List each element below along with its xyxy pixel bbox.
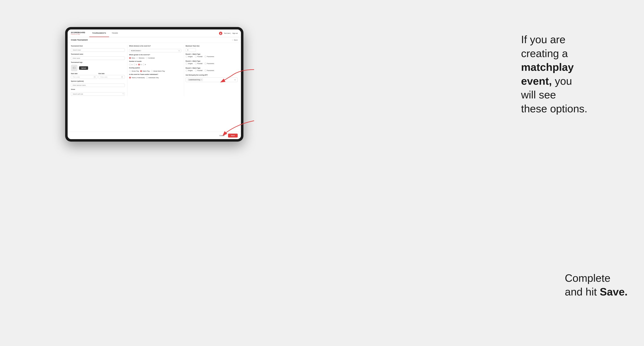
- gender-womens-radio[interactable]: [136, 57, 138, 59]
- gender-radio-group: Mens Womens Combined: [129, 57, 181, 59]
- scoring-section: Scoring system Stroke Play Match Play: [129, 67, 181, 72]
- teams-label: Is this event for Teams and/or Individua…: [129, 74, 181, 75]
- division-section: Which division is the event for? NCAA Di…: [129, 45, 181, 52]
- date-row: Start date Pick a date End date Pick a d…: [71, 73, 125, 79]
- page-header: Create Tournament ← Back: [68, 37, 241, 43]
- round3-singles[interactable]: Singles: [186, 70, 193, 71]
- logo-title: SCOREBOARD: [71, 32, 85, 33]
- gender-womens[interactable]: Womens: [136, 57, 144, 59]
- back-button[interactable]: ← Back: [232, 39, 238, 41]
- svg-rect-6: [122, 77, 123, 78]
- tab-tournaments[interactable]: TOURNAMENTS: [89, 29, 109, 37]
- scoring-radio-group: Stroke Play Match Play Medal Match Play: [129, 70, 181, 72]
- annotation-text-1: If you are creating a matchplay event, y…: [521, 33, 628, 116]
- start-date-input[interactable]: Pick a date: [71, 75, 97, 79]
- round3-singles-radio[interactable]: [186, 70, 188, 71]
- arrow-matchtype: [215, 67, 256, 84]
- teams-teams-radio[interactable]: [129, 77, 131, 79]
- round2-foursomes[interactable]: Foursomes: [204, 63, 214, 64]
- gender-mens[interactable]: Mens: [129, 57, 135, 59]
- rounds-1[interactable]: 1: [129, 64, 132, 65]
- gender-combined[interactable]: Combined: [146, 57, 155, 59]
- scoring-match-radio[interactable]: [140, 70, 142, 72]
- tournament-name-input[interactable]: [71, 56, 125, 60]
- rounds-3[interactable]: 3: [138, 64, 142, 65]
- app-logo: SCOREBOARD Powered by clippt: [71, 32, 85, 35]
- form-col-mid: Which division is the event for? NCAA Di…: [127, 45, 181, 96]
- teams-individuals-radio[interactable]: [146, 77, 148, 79]
- venue-label: Venue: [71, 89, 125, 90]
- scoring-medal-radio[interactable]: [151, 70, 153, 72]
- round2-singles-radio[interactable]: [186, 63, 188, 64]
- end-date-label: End date: [98, 73, 125, 74]
- svg-rect-1: [73, 67, 76, 69]
- round2-fourball[interactable]: Fourball: [195, 63, 202, 64]
- arrow-save: [215, 117, 256, 137]
- round1-singles[interactable]: Singles: [186, 56, 193, 57]
- rounds-2-radio[interactable]: [134, 64, 136, 65]
- scoring-stroke-radio[interactable]: [129, 70, 131, 72]
- scoring-stroke[interactable]: Stroke Play: [129, 70, 139, 72]
- round3-fourball-radio[interactable]: [195, 70, 197, 71]
- signout-link[interactable]: Sign out: [232, 32, 238, 34]
- tournament-host-section: Tournament Host: [71, 45, 125, 52]
- svg-point-2: [73, 67, 74, 68]
- nav-bar: SCOREBOARD Powered by clippt TOURNAMENTS…: [68, 29, 241, 37]
- teams-individuals[interactable]: Individuals Only: [146, 77, 158, 79]
- form-col-left: Tournament Host Tournament name Tourname…: [71, 45, 125, 96]
- tournament-name-section: Tournament name: [71, 53, 125, 60]
- scoring-medal[interactable]: Medal Match Play: [151, 70, 165, 72]
- sponsor-input[interactable]: [71, 83, 125, 87]
- round2-singles[interactable]: Singles: [186, 63, 193, 64]
- max-team-size-section: Maximum Team Size: [186, 45, 238, 52]
- page-title: Create Tournament: [71, 39, 88, 41]
- annotation-bottom: Complete and hit Save.: [565, 271, 628, 299]
- round1-foursomes-radio[interactable]: [204, 56, 206, 57]
- round2-label: Round 2 - Match Type: [186, 60, 238, 62]
- round3-fourball[interactable]: Fourball: [195, 70, 202, 71]
- rounds-radio-group: 1 2 3 4: [129, 64, 181, 65]
- round3-foursomes-radio[interactable]: [204, 70, 206, 71]
- round3-foursomes[interactable]: Foursomes: [204, 70, 214, 71]
- rounds-4-radio[interactable]: [142, 64, 144, 65]
- logo-placeholder: [71, 65, 78, 71]
- nav-tabs: TOURNAMENTS TEAMS: [89, 29, 121, 37]
- round1-fourball[interactable]: Fourball: [195, 56, 202, 57]
- round2-fourball-radio[interactable]: [195, 63, 197, 64]
- end-date-wrap: End date Pick a date: [98, 73, 125, 79]
- division-select[interactable]: NCAA Division I: [129, 49, 181, 52]
- gender-section: Which gender is the event for? Mens Wome…: [129, 54, 181, 59]
- round2-foursomes-radio[interactable]: [204, 63, 206, 64]
- teams-teams[interactable]: Teams (+Individuals): [129, 77, 145, 79]
- annotation-area: If you are creating a matchplay event, y…: [521, 33, 628, 116]
- rounds-3-radio[interactable]: [138, 64, 140, 65]
- rounds-4[interactable]: 4: [142, 64, 146, 65]
- rounds-1-radio[interactable]: [129, 64, 131, 65]
- round2-match-type-section: Round 2 - Match Type Singles Fourball: [186, 60, 238, 64]
- max-team-size-input[interactable]: [186, 48, 196, 52]
- gender-mens-radio[interactable]: [129, 57, 131, 59]
- api-tag: Leaderboard King ×: [188, 78, 203, 81]
- rounds-section: Number of rounds 1 2 3: [129, 61, 181, 65]
- date-section: Start date Pick a date End date Pick a d…: [71, 73, 125, 79]
- start-date-label: Start date: [71, 73, 97, 74]
- api-remove[interactable]: ×: [201, 79, 202, 81]
- scoring-label: Scoring system: [129, 67, 181, 69]
- round1-singles-radio[interactable]: [186, 56, 188, 57]
- round2-options: Singles Fourball Foursomes: [186, 63, 238, 64]
- tournament-host-input[interactable]: [71, 48, 125, 52]
- venue-input[interactable]: [71, 92, 125, 96]
- end-date-input[interactable]: Pick a date: [98, 75, 125, 79]
- tournament-name-label: Tournament name: [71, 53, 125, 55]
- logo-sub: Powered by clippt: [71, 33, 85, 35]
- tab-teams[interactable]: TEAMS: [109, 29, 121, 37]
- start-date-wrap: Start date Pick a date: [71, 73, 97, 79]
- scoring-match[interactable]: Match Play: [140, 70, 150, 72]
- sponsor-label: Sponsor (optional): [71, 80, 125, 82]
- rounds-2[interactable]: 2: [134, 64, 137, 65]
- user-avatar: [219, 32, 222, 35]
- round1-foursomes[interactable]: Foursomes: [204, 56, 214, 57]
- round1-fourball-radio[interactable]: [195, 56, 197, 57]
- upload-button[interactable]: Upload: [79, 66, 88, 70]
- gender-combined-radio[interactable]: [146, 57, 148, 59]
